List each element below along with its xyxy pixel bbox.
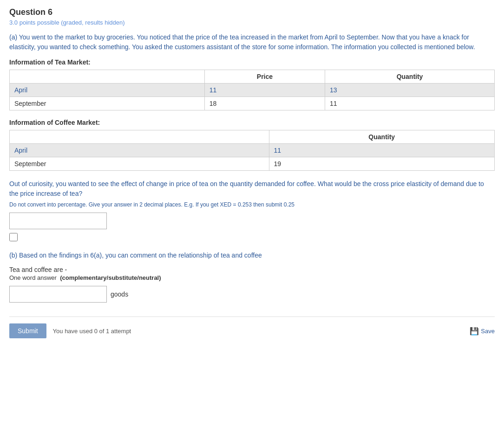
one-word-hint-text: One word answer [9, 274, 57, 281]
tea-col1-header [10, 70, 205, 84]
coffee-row-april: April 11 [10, 144, 495, 157]
question-a-text: (a) You went to the market to buy grocer… [9, 32, 495, 52]
attempt-text: You have used 0 of 1 attempt [53, 328, 131, 335]
save-section[interactable]: 💾 Save [470, 327, 495, 336]
coffee-september-quantity: 19 [269, 157, 494, 171]
tea-row-september: September 18 11 [10, 97, 495, 110]
coffee-market-heading: Information of Coffee Market: [9, 119, 495, 126]
tea-september-price: 18 [204, 97, 325, 110]
points-line: 3.0 points possible (graded, results hid… [9, 19, 495, 26]
coffee-col2-header: Quantity [269, 130, 494, 144]
tea-market-table: Price Quantity April 11 13 September 18 … [9, 70, 495, 110]
footer-left: Submit You have used 0 of 1 attempt [9, 323, 131, 338]
coffee-row-september: September 19 [10, 157, 495, 171]
tea-col2-header: Price [204, 70, 325, 84]
tea-coffee-label: Tea and coffee are - [9, 266, 495, 273]
tea-april-label: April [10, 84, 205, 97]
footer: Submit You have used 0 of 1 attempt 💾 Sa… [9, 316, 495, 338]
tea-col3-header: Quantity [325, 70, 495, 84]
checkbox-row-a [9, 233, 495, 241]
tea-september-label: September [10, 97, 205, 110]
question-title: Question 6 [9, 7, 495, 17]
one-word-hint: One word answer (complementary/substitut… [9, 274, 495, 281]
tea-row-april: April 11 13 [10, 84, 495, 97]
tea-market-heading: Information of Tea Market: [9, 58, 495, 66]
tea-september-quantity: 11 [325, 97, 495, 110]
answer-b-input[interactable] [9, 286, 107, 303]
submit-button[interactable]: Submit [9, 323, 46, 338]
part-b-text: (b) Based on the findings in 6(a), you c… [9, 251, 495, 260]
save-icon: 💾 [470, 327, 479, 336]
one-word-options: (complementary/substitute/neutral) [60, 274, 161, 281]
coffee-market-table: Quantity April 11 September 19 [9, 130, 495, 171]
coffee-col1-header [10, 130, 269, 144]
coffee-september-label: September [10, 157, 269, 171]
coffee-april-quantity: 11 [269, 144, 494, 157]
goods-suffix-label: goods [111, 290, 128, 298]
goods-row: goods [9, 286, 495, 303]
tea-april-price: 11 [204, 84, 325, 97]
save-label[interactable]: Save [481, 328, 495, 335]
effect-question-text: Out of curiosity, you wanted to see the … [9, 179, 495, 199]
coffee-april-label: April [10, 144, 269, 157]
answer-a-checkbox[interactable] [9, 233, 18, 241]
decimal-hint-text: Do not convert into percentage. Give you… [9, 201, 495, 208]
answer-a-input[interactable] [9, 213, 107, 229]
tea-april-quantity: 13 [325, 84, 495, 97]
